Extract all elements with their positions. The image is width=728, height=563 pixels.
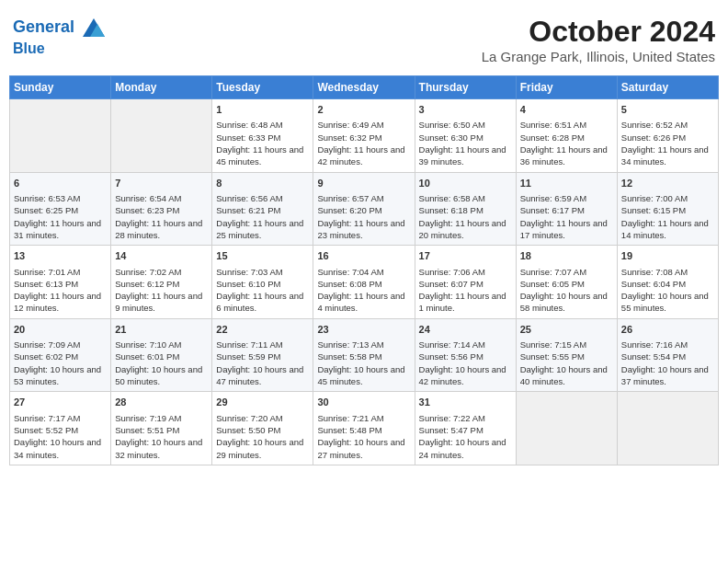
day-number: 12: [621, 177, 714, 190]
day-number: 22: [216, 323, 309, 337]
calendar-week-row: 20Sunrise: 7:09 AM Sunset: 6:02 PM Dayli…: [10, 318, 719, 392]
day-info: Sunrise: 7:13 AM Sunset: 5:58 PM Dayligh…: [317, 339, 410, 387]
logo-text: General: [13, 15, 107, 40]
day-info: Sunrise: 7:10 AM Sunset: 6:01 PM Dayligh…: [115, 339, 208, 387]
calendar-cell: 30Sunrise: 7:21 AM Sunset: 5:48 PM Dayli…: [313, 392, 415, 465]
day-number: 30: [317, 396, 410, 409]
day-number: 29: [216, 396, 309, 409]
calendar-cell: 25Sunrise: 7:15 AM Sunset: 5:55 PM Dayli…: [516, 318, 617, 392]
day-info: Sunrise: 6:56 AM Sunset: 6:21 PM Dayligh…: [216, 192, 309, 241]
day-info: Sunrise: 7:11 AM Sunset: 5:59 PM Dayligh…: [216, 339, 309, 387]
day-info: Sunrise: 6:58 AM Sunset: 6:18 PM Dayligh…: [419, 192, 512, 241]
title-block: October 2024 La Grange Park, Illinois, U…: [482, 15, 715, 64]
day-number: 16: [317, 249, 410, 263]
day-number: 10: [419, 177, 512, 190]
day-info: Sunrise: 7:09 AM Sunset: 6:02 PM Dayligh…: [14, 339, 107, 387]
weekday-header: Tuesday: [212, 76, 313, 99]
day-info: Sunrise: 7:21 AM Sunset: 5:48 PM Dayligh…: [317, 412, 410, 461]
day-info: Sunrise: 6:52 AM Sunset: 6:26 PM Dayligh…: [621, 119, 714, 167]
day-info: Sunrise: 7:03 AM Sunset: 6:10 PM Dayligh…: [216, 266, 309, 315]
weekday-header: Monday: [111, 76, 212, 99]
logo-blue: Blue: [13, 40, 107, 57]
calendar-cell: 16Sunrise: 7:04 AM Sunset: 6:08 PM Dayli…: [313, 246, 415, 319]
day-number: 28: [115, 396, 208, 409]
calendar-cell: 12Sunrise: 7:00 AM Sunset: 6:15 PM Dayli…: [617, 172, 718, 246]
calendar-cell: 22Sunrise: 7:11 AM Sunset: 5:59 PM Dayli…: [212, 318, 313, 392]
calendar-cell: 3Sunrise: 6:50 AM Sunset: 6:30 PM Daylig…: [415, 99, 516, 173]
day-number: 19: [621, 249, 714, 263]
day-number: 23: [317, 323, 410, 337]
day-info: Sunrise: 7:17 AM Sunset: 5:52 PM Dayligh…: [14, 412, 107, 461]
calendar-cell: 8Sunrise: 6:56 AM Sunset: 6:21 PM Daylig…: [212, 172, 313, 246]
day-number: 18: [520, 249, 613, 263]
calendar-cell: 5Sunrise: 6:52 AM Sunset: 6:26 PM Daylig…: [617, 99, 718, 173]
calendar-cell: 29Sunrise: 7:20 AM Sunset: 5:50 PM Dayli…: [212, 392, 313, 465]
calendar-cell: 7Sunrise: 6:54 AM Sunset: 6:23 PM Daylig…: [111, 172, 212, 246]
calendar-week-row: 13Sunrise: 7:01 AM Sunset: 6:13 PM Dayli…: [10, 246, 719, 319]
calendar-cell: 28Sunrise: 7:19 AM Sunset: 5:51 PM Dayli…: [111, 392, 212, 465]
day-info: Sunrise: 7:16 AM Sunset: 5:54 PM Dayligh…: [621, 339, 714, 387]
day-info: Sunrise: 6:49 AM Sunset: 6:32 PM Dayligh…: [317, 119, 410, 167]
day-info: Sunrise: 7:15 AM Sunset: 5:55 PM Dayligh…: [520, 339, 613, 387]
calendar-cell: 13Sunrise: 7:01 AM Sunset: 6:13 PM Dayli…: [10, 246, 111, 319]
calendar-cell: 2Sunrise: 6:49 AM Sunset: 6:32 PM Daylig…: [313, 99, 415, 173]
month-title: October 2024: [482, 15, 715, 49]
day-number: 24: [419, 323, 512, 337]
day-info: Sunrise: 6:50 AM Sunset: 6:30 PM Dayligh…: [419, 119, 512, 167]
day-info: Sunrise: 7:01 AM Sunset: 6:13 PM Dayligh…: [14, 266, 107, 315]
calendar-cell: 6Sunrise: 6:53 AM Sunset: 6:25 PM Daylig…: [10, 172, 111, 246]
calendar-cell: 15Sunrise: 7:03 AM Sunset: 6:10 PM Dayli…: [212, 246, 313, 319]
calendar-cell: 26Sunrise: 7:16 AM Sunset: 5:54 PM Dayli…: [617, 318, 718, 392]
day-number: 27: [14, 396, 107, 409]
calendar-table: SundayMondayTuesdayWednesdayThursdayFrid…: [9, 75, 719, 465]
calendar-week-row: 6Sunrise: 6:53 AM Sunset: 6:25 PM Daylig…: [10, 172, 719, 246]
day-number: 13: [14, 249, 107, 263]
day-info: Sunrise: 7:00 AM Sunset: 6:15 PM Dayligh…: [621, 192, 714, 241]
day-info: Sunrise: 7:04 AM Sunset: 6:08 PM Dayligh…: [317, 266, 410, 315]
day-info: Sunrise: 7:06 AM Sunset: 6:07 PM Dayligh…: [419, 266, 512, 315]
calendar-cell: 18Sunrise: 7:07 AM Sunset: 6:05 PM Dayli…: [516, 246, 617, 319]
day-info: Sunrise: 6:54 AM Sunset: 6:23 PM Dayligh…: [115, 192, 208, 241]
day-number: 3: [419, 103, 512, 117]
weekday-header: Friday: [516, 76, 617, 99]
day-number: 20: [14, 323, 107, 337]
logo: General Blue: [13, 15, 107, 57]
weekday-header: Wednesday: [313, 76, 415, 99]
day-number: 11: [520, 177, 613, 190]
day-number: 26: [621, 323, 714, 337]
calendar-cell: 1Sunrise: 6:48 AM Sunset: 6:33 PM Daylig…: [212, 99, 313, 173]
day-info: Sunrise: 7:14 AM Sunset: 5:56 PM Dayligh…: [419, 339, 512, 387]
calendar-cell: [617, 392, 718, 465]
day-info: Sunrise: 7:07 AM Sunset: 6:05 PM Dayligh…: [520, 266, 613, 315]
day-info: Sunrise: 6:51 AM Sunset: 6:28 PM Dayligh…: [520, 119, 613, 167]
location-text: La Grange Park, Illinois, United States: [482, 49, 715, 64]
day-info: Sunrise: 6:48 AM Sunset: 6:33 PM Dayligh…: [216, 119, 309, 167]
calendar-cell: 21Sunrise: 7:10 AM Sunset: 6:01 PM Dayli…: [111, 318, 212, 392]
calendar-cell: 9Sunrise: 6:57 AM Sunset: 6:20 PM Daylig…: [313, 172, 415, 246]
calendar-week-row: 27Sunrise: 7:17 AM Sunset: 5:52 PM Dayli…: [10, 392, 719, 465]
day-info: Sunrise: 6:57 AM Sunset: 6:20 PM Dayligh…: [317, 192, 410, 241]
calendar-cell: 19Sunrise: 7:08 AM Sunset: 6:04 PM Dayli…: [617, 246, 718, 319]
calendar-cell: 17Sunrise: 7:06 AM Sunset: 6:07 PM Dayli…: [415, 246, 516, 319]
calendar-cell: [516, 392, 617, 465]
weekday-header: Sunday: [10, 76, 111, 99]
day-number: 6: [14, 177, 107, 190]
calendar-cell: 27Sunrise: 7:17 AM Sunset: 5:52 PM Dayli…: [10, 392, 111, 465]
calendar-cell: 14Sunrise: 7:02 AM Sunset: 6:12 PM Dayli…: [111, 246, 212, 319]
day-number: 15: [216, 249, 309, 263]
day-info: Sunrise: 7:02 AM Sunset: 6:12 PM Dayligh…: [115, 266, 208, 315]
day-number: 1: [216, 103, 309, 117]
day-number: 25: [520, 323, 613, 337]
weekday-header: Saturday: [617, 76, 718, 99]
day-number: 14: [115, 249, 208, 263]
day-number: 2: [317, 103, 410, 117]
day-number: 8: [216, 177, 309, 190]
day-number: 4: [520, 103, 613, 117]
day-info: Sunrise: 7:19 AM Sunset: 5:51 PM Dayligh…: [115, 412, 208, 461]
calendar-week-row: 1Sunrise: 6:48 AM Sunset: 6:33 PM Daylig…: [10, 99, 719, 173]
calendar-cell: 10Sunrise: 6:58 AM Sunset: 6:18 PM Dayli…: [415, 172, 516, 246]
calendar-cell: [111, 99, 212, 173]
day-info: Sunrise: 7:08 AM Sunset: 6:04 PM Dayligh…: [621, 266, 714, 315]
calendar-cell: 11Sunrise: 6:59 AM Sunset: 6:17 PM Dayli…: [516, 172, 617, 246]
weekday-header: Thursday: [415, 76, 516, 99]
